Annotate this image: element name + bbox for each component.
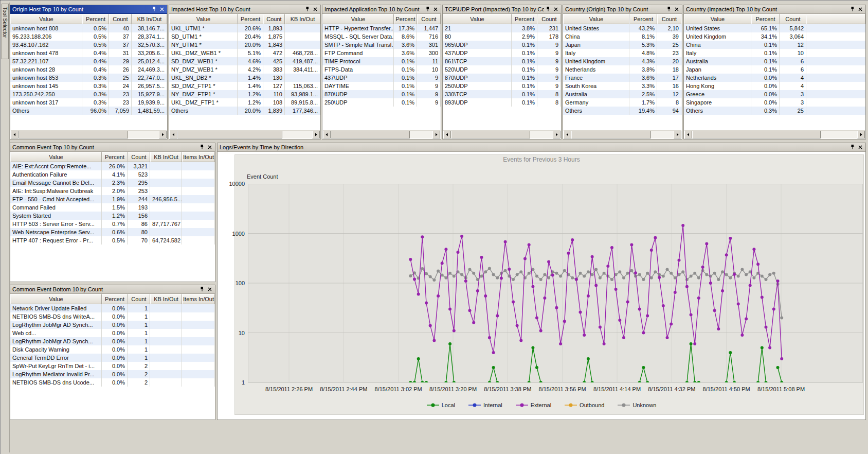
scrollbar-track[interactable] (331, 131, 432, 138)
horizontal-scrollbar[interactable] (564, 130, 681, 138)
table-row[interactable]: SD_DMZ_FTP1 *1.4%127115,063... (169, 82, 320, 90)
table-row[interactable]: Australia0.1%6 (684, 57, 865, 65)
table-row[interactable]: HTTP - Hypertext Transfer...17.3%1,447 (322, 24, 441, 32)
pin-icon[interactable] (849, 6, 856, 13)
table-row[interactable]: DAYTIME0.1%9 (322, 82, 441, 90)
table-row[interactable]: Others19.4%94 (563, 107, 682, 115)
table-row[interactable]: France3.6%17 (563, 74, 682, 82)
table-row[interactable]: FTP - 550 - Cmd Not Accepted...1.9%24424… (10, 195, 215, 203)
column-header[interactable]: Count (128, 152, 150, 162)
scroll-right-button[interactable] (674, 131, 681, 138)
pin-icon[interactable] (198, 144, 206, 151)
scroll-left-button[interactable] (170, 131, 177, 138)
scrollbar-thumb[interactable] (177, 131, 282, 138)
scroll-left-button[interactable] (11, 131, 19, 138)
table-row[interactable]: 213.8%231 (443, 24, 561, 32)
table-row[interactable]: 870\UDP0.1%9 (322, 90, 441, 98)
panel-titlebar[interactable]: Common Event Top 10 by Count (10, 143, 215, 152)
close-icon[interactable] (158, 6, 166, 13)
horizontal-scrollbar[interactable] (443, 130, 560, 138)
table-row[interactable]: 173.250.242.2500.3%2315,927.9... (10, 90, 167, 98)
table-row[interactable]: 965\UDP0.1%9 (443, 41, 561, 49)
tool-selector-tab[interactable]: Tool Selector (2, 4, 9, 59)
panel-titlebar[interactable]: Impacted Host Top 10 by Count (169, 5, 320, 14)
table-row[interactable]: United States65.1%5,842 (684, 24, 865, 32)
table-row[interactable]: HTTP 503 : Server Error - Serv...0.7%868… (10, 220, 215, 228)
table-row[interactable]: Others0.3%25 (684, 107, 865, 115)
table-row[interactable]: TIME Protocol0.1%11 (322, 57, 441, 65)
column-header[interactable]: Value (10, 152, 102, 162)
table-row[interactable]: United States43.2%2,10 (563, 24, 682, 32)
table-row[interactable]: Disk Capacity Warning0.0%1 (10, 345, 215, 354)
scroll-left-button[interactable] (684, 131, 692, 138)
pin-icon[interactable] (849, 144, 856, 151)
close-icon[interactable] (206, 286, 213, 293)
close-icon[interactable] (673, 6, 680, 13)
column-header[interactable]: Value (10, 14, 82, 24)
table-row[interactable]: LogRhythm JobMgr AD Synch...0.0%1 (10, 321, 215, 329)
column-header[interactable]: Count (657, 14, 681, 24)
scroll-right-button[interactable] (312, 131, 320, 138)
table-row[interactable]: UKL_UTM1 *20.6%1,893 (169, 24, 320, 32)
close-icon[interactable] (432, 6, 439, 13)
table-row[interactable]: HTTP 407 : Request Error - Pr...0.5%7064… (10, 236, 215, 245)
scrollbar-thumb[interactable] (451, 131, 530, 138)
pin-icon[interactable] (545, 6, 552, 13)
column-header[interactable]: KB In/Out (132, 14, 167, 24)
table-row[interactable]: 95.233.188.2060.5%3728,374.1... (10, 32, 167, 41)
table-row[interactable]: Web cd...0.0%1 (10, 329, 215, 337)
table-row[interactable]: Singapore0.0%3 (684, 98, 865, 107)
scrollbar-track[interactable] (19, 131, 159, 138)
horizontal-scrollbar[interactable] (11, 130, 167, 138)
table-row[interactable]: 437\UDP0.1%9 (322, 74, 441, 82)
column-header[interactable]: Value (684, 14, 751, 24)
column-header[interactable]: Count (417, 14, 441, 24)
column-header[interactable]: Count (263, 14, 285, 24)
table-row[interactable]: Netherlands0.0%4 (684, 74, 865, 82)
table-row[interactable]: Australia2.5%12 (563, 90, 682, 98)
column-header[interactable]: Percent (102, 294, 128, 304)
panel-titlebar[interactable]: Country (Origin) Top 10 by Count (563, 5, 682, 14)
scrollbar-track[interactable] (692, 131, 857, 138)
table-row[interactable]: System Started1.2%156 (10, 212, 215, 220)
table-row[interactable]: unknown host 280.4%2624,469.3... (10, 65, 167, 74)
table-row[interactable]: UKL_SN_DB2 *1.4%130 (169, 74, 320, 82)
scrollbar-thumb[interactable] (19, 131, 128, 138)
scroll-left-button[interactable] (323, 131, 331, 138)
column-header[interactable]: Percent (82, 14, 109, 24)
table-row[interactable]: unknown host 4780.4%3133,205.6... (10, 49, 167, 57)
column-header[interactable]: KB In/Out (150, 294, 182, 304)
table-row[interactable]: 893\UDP0.1%8 (443, 98, 561, 107)
table-row[interactable]: Hong Kong0.0%4 (684, 82, 865, 90)
table-row[interactable]: UKL_DMZ_FTP1 *1.2%10889,915.8... (169, 98, 320, 107)
table-row[interactable]: Greece0.0%3 (684, 90, 865, 98)
table-row[interactable]: China0.1%12 (684, 41, 865, 49)
table-row[interactable]: NY_UTM1 *20.0%1,843 (169, 41, 320, 49)
scroll-right-button[interactable] (553, 131, 560, 138)
table-row[interactable]: unknown host 8080.5%4038,146.7... (10, 24, 167, 32)
table-row[interactable]: AIE: Int:Susp:Malware Outbreak2.0%253 (10, 187, 215, 195)
panel-titlebar[interactable]: Logs/Events by Time by Direction (218, 143, 865, 152)
pin-icon[interactable] (151, 6, 158, 13)
scroll-left-button[interactable] (564, 131, 571, 138)
table-row[interactable]: FTPS-Data0.1%10 (322, 65, 441, 74)
column-header[interactable]: Percent (512, 14, 537, 24)
scrollbar-track[interactable] (571, 131, 674, 138)
table-row[interactable]: 437\UDP0.1%9 (443, 49, 561, 57)
table-row[interactable]: Email Message Cannot Be Del...2.3%295 (10, 179, 215, 187)
scrollbar-track[interactable] (451, 131, 553, 138)
horizontal-scrollbar[interactable] (684, 130, 865, 138)
column-header[interactable]: Percent (751, 14, 780, 24)
table-row[interactable]: United Kingdom34.1%3,064 (684, 32, 865, 41)
table-row[interactable]: MSSQL - SQL Server Data...8.6%716 (322, 32, 441, 41)
column-header[interactable]: Percent (102, 152, 128, 162)
table-row[interactable]: Others96.0%7,0591,481,59... (10, 107, 167, 115)
pin-icon[interactable] (304, 6, 311, 13)
column-header[interactable]: Items In/Out (182, 294, 215, 304)
scroll-right-button[interactable] (159, 131, 167, 138)
table-row[interactable]: SMTP - Simple Mail Transf...3.6%301 (322, 41, 441, 49)
table-row[interactable]: Authentication Failure4.1%523 (10, 170, 215, 179)
scroll-left-button[interactable] (443, 131, 451, 138)
table-row[interactable]: China8.1%39 (563, 32, 682, 41)
table-row[interactable]: Italy0.1%10 (684, 49, 865, 57)
